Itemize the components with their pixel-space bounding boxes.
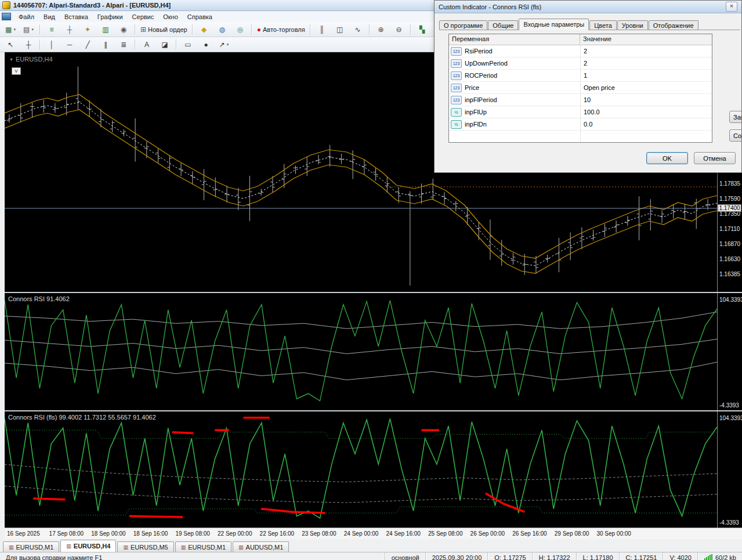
parameter-value-cell[interactable]: 0.0: [580, 121, 592, 128]
ellipse-button[interactable]: ●: [197, 38, 215, 52]
horizontal-line-button[interactable]: ─: [61, 38, 78, 52]
chart-tab[interactable]: ▥EURUSD,M1: [3, 541, 59, 552]
cursor-button[interactable]: ↖: [2, 38, 19, 52]
chart-icon: ▥: [66, 543, 71, 549]
toolbar-separator: [310, 24, 311, 35]
trendline-button[interactable]: ╱: [79, 38, 96, 52]
toolbar-separator: [251, 24, 252, 35]
indicator2-label: Connors RSI (fls) 99.4002 11.7312 55.565…: [8, 414, 156, 421]
dialog-tab-2[interactable]: Общие: [488, 20, 518, 30]
menu-window[interactable]: Окно: [158, 12, 183, 21]
chart-tab-label: EURUSD,M5: [131, 544, 168, 551]
menu-file[interactable]: Файл: [14, 12, 39, 21]
parameter-value-cell[interactable]: 100.0: [580, 109, 600, 115]
dialog-tab-4[interactable]: Цвета: [589, 20, 617, 30]
parameter-name: ROCPeriod: [465, 72, 497, 79]
price-tick: 1.16630: [719, 256, 740, 262]
bar-chart-button[interactable]: ║: [313, 23, 331, 37]
menu-charts[interactable]: Графики: [93, 12, 128, 21]
time-label: 26 Sep 16:00: [512, 530, 547, 537]
equidistant-channel-icon: ∥: [104, 41, 107, 48]
line-chart-button[interactable]: ∿: [349, 23, 367, 37]
indicator-panel-connors-rsi[interactable]: Connors RSI 91.4062 104.3393 -4.3393: [5, 293, 742, 410]
parameter-value-cell[interactable]: Open price: [580, 84, 615, 91]
menu-insert[interactable]: Вставка: [60, 12, 93, 21]
mql-community-icon: ◍: [219, 26, 225, 33]
chart-tab[interactable]: ▥EURUSD,M5: [117, 541, 173, 552]
chart-tab[interactable]: ▥EURUSD,H4: [60, 540, 116, 552]
fibonacci-button[interactable]: ≣: [115, 38, 132, 52]
cancel-button[interactable]: Отмена: [694, 152, 736, 164]
save-button[interactable]: Сохранить: [729, 129, 742, 142]
integer-param-icon: 123: [451, 59, 462, 68]
metaeditor-icon: ◆: [201, 26, 207, 33]
tile-windows-button[interactable]: ▚: [414, 23, 431, 37]
column-variable: Переменная: [449, 34, 580, 45]
mql-community-button[interactable]: ◍: [213, 23, 231, 37]
indicator2-canvas: [5, 411, 717, 528]
zoom-in-button[interactable]: ⊕: [372, 23, 390, 37]
chart-tab[interactable]: ▥EURUSD,M1: [175, 541, 231, 552]
rectangle-icon: ▭: [184, 41, 191, 48]
rectangle-button[interactable]: ▭: [179, 38, 197, 52]
time-label: 23 Sep 08:00: [302, 530, 336, 537]
dialog-titlebar[interactable]: Custom Indicator - Connors RSI (fls) ×: [435, 1, 741, 13]
autotrading-button[interactable]: ●Авто-торговля: [255, 23, 307, 37]
chart-tab[interactable]: ▥AUDUSD,M1: [233, 541, 289, 552]
dialog-tab-strip: О программеОбщиеВходные параметрыЦветаУр…: [439, 19, 740, 30]
data-window-button[interactable]: ┼: [61, 23, 78, 37]
arrows-button[interactable]: ↗▾: [215, 38, 233, 52]
terminal-button[interactable]: ▥: [97, 23, 114, 37]
parameter-name: RsiPeriod: [465, 48, 493, 55]
text-button[interactable]: A: [138, 38, 155, 52]
new-chart-button[interactable]: ▦▾: [2, 23, 19, 37]
dialog-tab-1[interactable]: О программе: [439, 20, 487, 30]
dialog-tab-3[interactable]: Входные параметры: [519, 19, 589, 30]
traffic-bar: [711, 554, 712, 560]
integer-param-icon: 123: [451, 71, 462, 80]
dialog-title: Custom Indicator - Connors RSI (fls): [439, 3, 541, 10]
crosshair-icon: ┼: [26, 41, 31, 48]
parameter-name-cell: 123UpDownPeriod: [449, 59, 580, 68]
chart-timestamp: 2025.09.30 20:00: [426, 552, 488, 560]
zoom-out-button[interactable]: ⊖: [390, 23, 408, 37]
parameter-value-cell[interactable]: 10: [580, 96, 591, 103]
strategy-tester-button[interactable]: ◉: [115, 23, 132, 37]
profiles-button[interactable]: ▤▾: [20, 23, 37, 37]
candlestick-chart-button[interactable]: ◫: [331, 23, 349, 37]
one-click-trading-toggle[interactable]: V: [12, 67, 21, 75]
ok-button[interactable]: OK: [646, 152, 688, 164]
chart-window-icon[interactable]: [2, 13, 11, 20]
parameter-value-cell[interactable]: 1: [580, 72, 587, 79]
crosshair-button[interactable]: ┼: [20, 38, 37, 52]
vertical-line-icon: │: [49, 41, 54, 48]
integer-param-icon: 123: [451, 96, 462, 104]
ohlcv-low: L: 1.17180: [577, 552, 619, 560]
new-order-button[interactable]: ⊞Новый ордер: [138, 23, 190, 37]
equidistant-channel-button[interactable]: ∥: [97, 38, 114, 52]
parameter-value-cell[interactable]: 2: [580, 60, 587, 67]
vertical-line-button[interactable]: │: [43, 38, 60, 52]
status-bar: Для вызова справки нажмите F1основной202…: [0, 552, 742, 560]
collapse-triangle-icon[interactable]: ▼: [9, 57, 13, 62]
dialog-tab-6[interactable]: Отображение: [649, 20, 698, 30]
market-watch-button[interactable]: ≡: [43, 23, 60, 37]
menu-view[interactable]: Вид: [39, 12, 60, 21]
parameter-value-cell[interactable]: 2: [580, 48, 587, 55]
load-button[interactable]: Загрузить: [729, 111, 742, 123]
navigator-button[interactable]: ✦: [79, 23, 96, 37]
close-icon[interactable]: ×: [726, 2, 737, 12]
integer-param-icon: 123: [451, 47, 462, 56]
menu-help[interactable]: Справка: [183, 12, 217, 21]
time-label: 30 Sep 00:00: [596, 530, 631, 537]
dialog-tab-5[interactable]: Уровни: [617, 20, 648, 30]
metaeditor-button[interactable]: ◆: [196, 23, 213, 37]
mobile-apps-button[interactable]: ◎: [231, 23, 249, 37]
autotrading-button-label: Авто-торговля: [263, 26, 305, 33]
scale-min-label: -4.3393: [719, 519, 739, 526]
time-label: 24 Sep 16:00: [386, 530, 421, 537]
menu-service[interactable]: Сервис: [128, 12, 159, 21]
text-label-button[interactable]: ◪: [156, 38, 173, 52]
indicator-panel-connors-rsi-fls[interactable]: Connors RSI (fls) 99.4002 11.7312 55.565…: [5, 411, 742, 528]
zoom-in-icon: ⊕: [378, 26, 384, 33]
